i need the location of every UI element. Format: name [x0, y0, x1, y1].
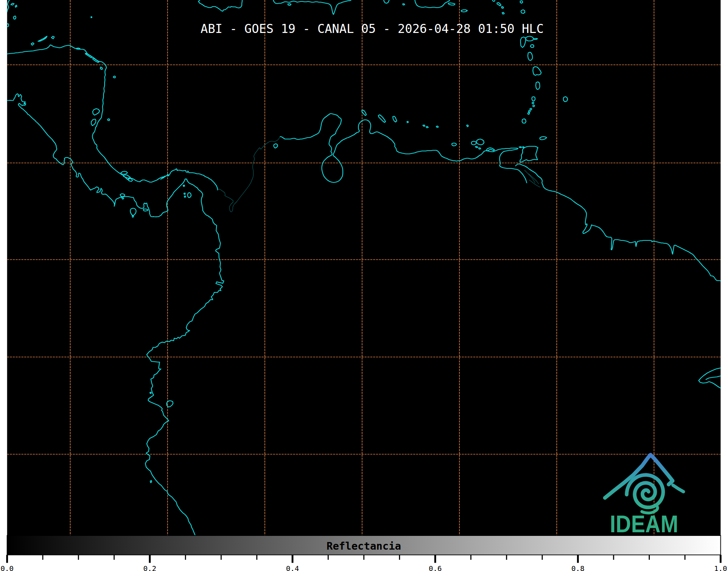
map-title: ABI - GOES 19 - CANAL 05 - 2026-04-28 01… [201, 22, 544, 36]
colorbar-tick-label: 0.6 [429, 564, 442, 571]
colorbar-tick-label: 0.8 [571, 564, 584, 571]
colorbar-tick-label: 0.2 [143, 564, 156, 571]
colorbar-tick-label: 0.4 [286, 564, 299, 571]
colorbar-tick-labels: 0.00.20.40.60.81.0 [1, 564, 727, 571]
satellite-map-figure: ABI - GOES 19 - CANAL 05 - 2026-04-28 01… [0, 0, 728, 571]
reflectance-colorbar: Reflectancia 0.00.20.40.60.81.0 [1, 536, 727, 571]
map-background [7, 0, 721, 536]
colorbar-ticks [7, 555, 721, 563]
ideam-logo-text: IDEAM [610, 510, 678, 537]
colorbar-tick-label: 0.0 [1, 564, 14, 571]
colorbar-tick-label: 1.0 [714, 564, 727, 571]
colorbar-label: Reflectancia [327, 540, 401, 552]
